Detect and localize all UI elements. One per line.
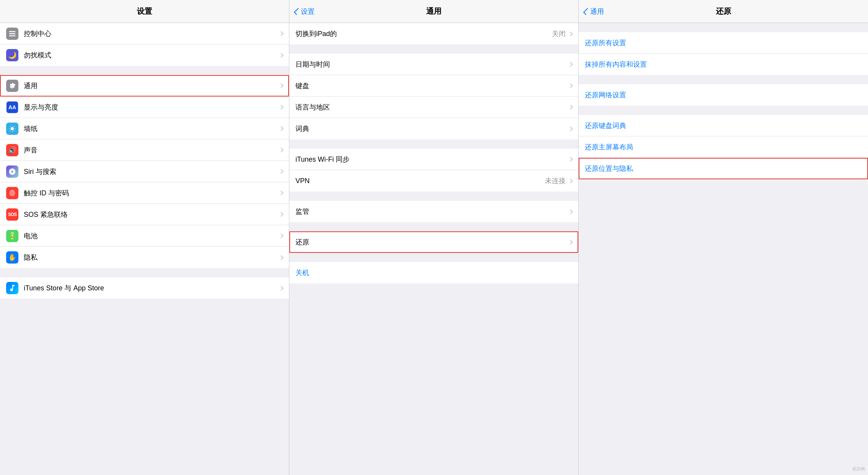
settings-panel: 设置 控制中心 🌙 勿扰模式 [0, 0, 289, 475]
chevron-icon [279, 169, 284, 174]
reset-network-label: 还原网络设置 [585, 90, 626, 100]
battery-label: 电池 [24, 231, 279, 241]
back-chevron [294, 8, 301, 15]
sidebar-item-sos[interactable]: SOS SOS 紧急联络 [0, 204, 289, 225]
back-chevron-right [583, 8, 590, 15]
reset-label: 还原 [295, 238, 569, 247]
reset-all-settings[interactable]: 还原所有设置 [579, 32, 868, 54]
back-to-general[interactable]: 通用 [585, 7, 604, 16]
supervision-label: 监管 [295, 207, 569, 216]
middle-scroll: 切换到iPad的 关闭 日期与时间 键盘 语言与地区 词典 [289, 23, 578, 475]
wallpaper-icon [6, 123, 18, 135]
back-label-right: 通用 [590, 7, 604, 16]
reset-item[interactable]: 还原 [289, 231, 578, 253]
handoff-value: 关闭 [552, 29, 566, 38]
itunes-wifi-item[interactable]: iTunes Wi-Fi 同步 [289, 149, 578, 170]
siri-label: Siri 与搜索 [24, 167, 279, 176]
sidebar-item-touch-id[interactable]: 触控 ID 与密码 [0, 182, 289, 204]
left-section-2: 通用 AA 显示与亮度 墙纸 🔊 声音 [0, 75, 289, 268]
chevron-icon [568, 209, 573, 214]
general-label: 通用 [24, 81, 279, 90]
general-panel: 设置 通用 切换到iPad的 关闭 日期与时间 键盘 语言与地区 [289, 0, 579, 475]
sidebar-item-do-not-disturb[interactable]: 🌙 勿扰模式 [0, 44, 289, 66]
shutdown-item[interactable]: 关机 [289, 262, 578, 283]
chevron-icon [279, 286, 284, 291]
control-center-icon [6, 28, 18, 40]
language-label: 语言与地区 [295, 103, 569, 112]
sidebar-item-itunes[interactable]: iTunes Store 与 App Store [0, 277, 289, 299]
left-scroll: 控制中心 🌙 勿扰模式 通用 AA 显示与 [0, 23, 289, 475]
reset-location-privacy[interactable]: 还原位置与隐私 [579, 158, 868, 179]
sidebar-item-battery[interactable]: 🔋 电池 [0, 225, 289, 247]
watermark: 易济网 [852, 466, 865, 472]
keyboard-item[interactable]: 键盘 [289, 75, 578, 97]
back-label: 设置 [301, 7, 315, 16]
middle-section-4: 还原 [289, 231, 578, 253]
chevron-icon [568, 240, 573, 245]
sounds-label: 声音 [24, 146, 279, 155]
middle-section-0: 切换到iPad的 关闭 [289, 23, 578, 44]
sidebar-item-display[interactable]: AA 显示与亮度 [0, 97, 289, 118]
right-section-1: 还原所有设置 抹掉所有内容和设置 [579, 32, 868, 75]
date-time-item[interactable]: 日期与时间 [289, 54, 578, 75]
sidebar-item-wallpaper[interactable]: 墙纸 [0, 118, 289, 139]
reset-panel: 通用 还原 还原所有设置 抹掉所有内容和设置 还原网络设置 还原键盘词典 还原 [579, 0, 868, 475]
siri-icon [6, 165, 18, 178]
right-title: 还原 [716, 6, 731, 16]
handoff-item[interactable]: 切换到iPad的 关闭 [289, 23, 578, 44]
privacy-label: 隐私 [24, 253, 279, 262]
chevron-icon [568, 126, 573, 131]
itunes-icon [6, 282, 18, 294]
reset-location-label: 还原位置与隐私 [585, 164, 633, 173]
svg-rect-0 [9, 31, 16, 32]
language-item[interactable]: 语言与地区 [289, 97, 578, 118]
reset-home-screen[interactable]: 还原主屏幕布局 [579, 136, 868, 158]
sidebar-item-sounds[interactable]: 🔊 声音 [0, 139, 289, 161]
right-scroll: 还原所有设置 抹掉所有内容和设置 还原网络设置 还原键盘词典 还原主屏幕布局 还… [579, 23, 868, 475]
svg-point-3 [11, 127, 14, 130]
chevron-icon [279, 53, 284, 58]
reset-keyboard-dict[interactable]: 还原键盘词典 [579, 115, 868, 136]
reset-all-label: 还原所有设置 [585, 38, 626, 48]
sidebar-item-general[interactable]: 通用 [0, 75, 289, 97]
svg-rect-2 [9, 35, 16, 36]
battery-icon: 🔋 [6, 230, 18, 242]
sidebar-item-privacy[interactable]: ✋ 隐私 [0, 247, 289, 268]
chevron-icon [568, 83, 573, 88]
erase-all-content[interactable]: 抹掉所有内容和设置 [579, 54, 868, 75]
moon-icon: 🌙 [6, 49, 18, 61]
left-title: 设置 [137, 6, 152, 16]
reset-keyboard-label: 还原键盘词典 [585, 121, 626, 130]
vpn-item[interactable]: VPN 未连接 [289, 170, 578, 192]
control-center-label: 控制中心 [24, 29, 279, 38]
right-section-2: 还原网络设置 [579, 84, 868, 106]
chevron-icon [279, 255, 284, 260]
gear-icon [6, 80, 18, 92]
supervision-item[interactable]: 监管 [289, 201, 578, 222]
sos-label: SOS 紧急联络 [24, 210, 279, 219]
sidebar-item-control-center[interactable]: 控制中心 [0, 23, 289, 44]
display-label: 显示与亮度 [24, 103, 279, 112]
itunes-label: iTunes Store 与 App Store [24, 283, 279, 293]
date-time-label: 日期与时间 [295, 60, 569, 69]
vpn-value: 未连接 [545, 176, 566, 185]
itunes-wifi-label: iTunes Wi-Fi 同步 [295, 155, 569, 164]
middle-section-5: 关机 [289, 262, 578, 283]
wallpaper-label: 墙纸 [24, 124, 279, 133]
back-to-settings[interactable]: 设置 [295, 7, 315, 16]
reset-network-settings[interactable]: 还原网络设置 [579, 84, 868, 106]
middle-section-1: 日期与时间 键盘 语言与地区 词典 [289, 54, 578, 139]
middle-section-2: iTunes Wi-Fi 同步 VPN 未连接 [289, 149, 578, 192]
dictionary-label: 词典 [295, 124, 569, 133]
reset-home-label: 还原主屏幕布局 [585, 142, 633, 152]
chevron-icon [568, 62, 573, 67]
dictionary-item[interactable]: 词典 [289, 118, 578, 139]
touch-id-label: 触控 ID 与密码 [24, 188, 279, 198]
privacy-icon: ✋ [6, 251, 18, 264]
vpn-label: VPN [295, 177, 545, 185]
chevron-icon [279, 212, 284, 217]
svg-rect-1 [9, 33, 16, 34]
chevron-icon [279, 83, 284, 88]
chevron-icon [279, 31, 284, 36]
sidebar-item-siri[interactable]: Siri 与搜索 [0, 161, 289, 182]
